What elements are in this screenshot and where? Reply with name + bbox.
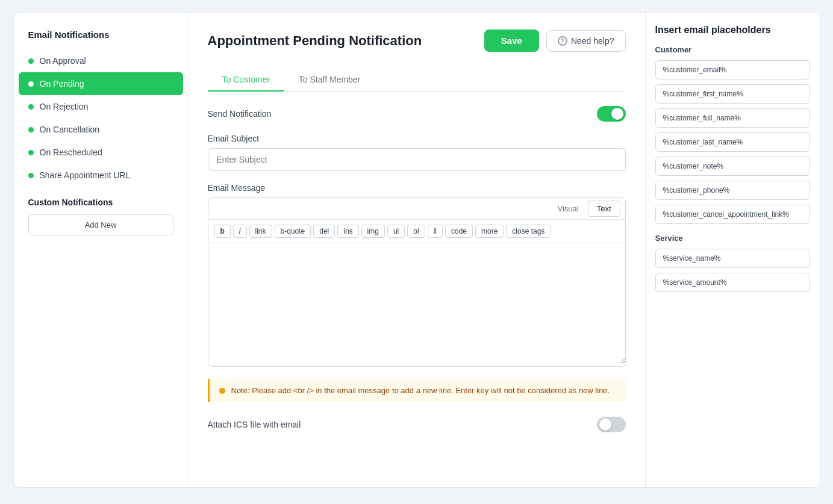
placeholder-customer-first-name[interactable]: %customer_first_name% xyxy=(655,84,810,104)
sidebar-item-on-cancellation[interactable]: On Cancellation xyxy=(14,118,188,141)
tab-to-staff[interactable]: To Staff Member xyxy=(284,69,375,92)
send-notification-label: Send Notification xyxy=(208,109,272,119)
toolbar-link-button[interactable]: link xyxy=(249,225,272,238)
status-dot xyxy=(28,173,34,178)
ul-label: ul xyxy=(393,227,399,235)
help-button[interactable]: ? Need help? xyxy=(546,30,626,52)
del-label: del xyxy=(319,227,329,235)
toolbar-ins-button[interactable]: ins xyxy=(337,225,358,238)
custom-notifications-title: Custom Notifications xyxy=(14,187,188,212)
tab-label: Text xyxy=(597,204,611,213)
attach-ics-label: Attach ICS file with email xyxy=(208,420,301,429)
app-container: Email Notifications On Approval On Pendi… xyxy=(0,0,833,504)
send-notification-row: Send Notification xyxy=(208,106,626,122)
tab-label: Visual xyxy=(557,204,578,213)
help-label: Need help? xyxy=(571,36,614,46)
toolbar-tab-text[interactable]: Text xyxy=(588,201,620,217)
sidebar-item-on-rejection[interactable]: On Rejection xyxy=(14,95,188,118)
more-label: more xyxy=(481,227,498,235)
editor-body xyxy=(208,243,625,366)
status-dot xyxy=(28,150,34,155)
note-text: Note: Please add <br /> in the email mes… xyxy=(231,386,610,395)
code-label: code xyxy=(451,227,467,235)
link-label: link xyxy=(255,227,266,235)
email-message-textarea[interactable] xyxy=(208,243,625,364)
email-subject-label: Email Subject xyxy=(208,134,626,143)
sidebar-item-on-approval[interactable]: On Approval xyxy=(14,49,188,72)
sidebar-item-label: On Rejection xyxy=(40,102,89,111)
page-title: Appointment Pending Notification xyxy=(208,33,422,49)
placeholder-customer-email[interactable]: %customer_email% xyxy=(655,60,810,79)
right-panel: Insert email placeholders Customer %cust… xyxy=(645,13,820,487)
sidebar-item-on-rescheduled[interactable]: On Rescheduled xyxy=(14,141,188,164)
sidebar-item-label: On Approval xyxy=(40,56,86,66)
placeholder-customer-last-name[interactable]: %customer_last_name% xyxy=(655,132,810,152)
attach-ics-toggle[interactable] xyxy=(597,417,626,432)
toolbar-code-button[interactable]: code xyxy=(445,225,473,238)
status-dot xyxy=(28,104,34,110)
note-icon xyxy=(219,388,225,394)
header-actions: Save ? Need help? xyxy=(484,30,626,52)
toolbar-more-button[interactable]: more xyxy=(475,225,504,238)
sidebar-item-label: On Cancellation xyxy=(40,125,100,134)
status-dot xyxy=(28,58,34,64)
close-tags-label: close tags xyxy=(512,227,544,235)
attach-ics-row: Attach ICS file with email xyxy=(208,417,626,432)
tab-label: To Customer xyxy=(222,75,270,84)
ins-label: ins xyxy=(343,227,352,235)
tabs-container: To Customer To Staff Member xyxy=(208,69,626,92)
placeholder-customer-note[interactable]: %customer_note% xyxy=(655,157,810,176)
right-panel-inner: Insert email placeholders Customer %cust… xyxy=(646,13,820,309)
placeholder-customer-cancel-link[interactable]: %customer_cancel_appointment_link% xyxy=(655,205,810,224)
main-card: Email Notifications On Approval On Pendi… xyxy=(13,12,820,488)
toolbar-bquote-button[interactable]: b-quote xyxy=(275,225,311,238)
main-content: Appointment Pending Notification Save ? … xyxy=(189,13,645,487)
status-dot xyxy=(28,127,34,132)
placeholder-service-name[interactable]: %service_name% xyxy=(655,249,810,268)
sidebar-item-label: On Pending xyxy=(40,79,84,89)
toolbar-italic-button[interactable]: i xyxy=(233,225,247,238)
question-icon: ? xyxy=(558,36,567,46)
toolbar-ul-button[interactable]: ul xyxy=(387,225,405,238)
sidebar-item-on-pending[interactable]: On Pending xyxy=(19,72,183,95)
note-box: Note: Please add <br /> in the email mes… xyxy=(208,379,626,402)
img-label: img xyxy=(367,227,379,235)
save-button[interactable]: Save xyxy=(484,30,539,52)
placeholder-service-amount[interactable]: %service_amount% xyxy=(655,273,810,292)
placeholder-section-customer: Customer xyxy=(655,45,810,54)
status-dot xyxy=(28,81,34,87)
email-message-label: Email Message xyxy=(208,183,626,193)
italic-label: i xyxy=(239,227,241,235)
placeholder-customer-phone[interactable]: %customer_phone% xyxy=(655,181,810,200)
placeholder-section-service: Service xyxy=(655,234,810,243)
tab-to-customer[interactable]: To Customer xyxy=(208,69,284,92)
bold-label: b xyxy=(220,227,225,235)
toolbar-li-button[interactable]: li xyxy=(428,225,443,238)
ol-label: ol xyxy=(413,227,419,235)
editor-toolbar-top: Visual Text xyxy=(208,198,625,220)
placeholder-title: Insert email placeholders xyxy=(655,25,810,36)
toolbar-tab-visual[interactable]: Visual xyxy=(548,201,587,217)
toolbar-bold-button[interactable]: b xyxy=(214,225,231,238)
li-label: li xyxy=(434,227,437,235)
toolbar-ol-button[interactable]: ol xyxy=(407,225,425,238)
main-header: Appointment Pending Notification Save ? … xyxy=(208,30,626,52)
sidebar: Email Notifications On Approval On Pendi… xyxy=(14,13,189,487)
email-subject-input[interactable] xyxy=(208,148,626,171)
send-notification-toggle[interactable] xyxy=(597,106,626,122)
sidebar-item-label: Share Appointment URL xyxy=(40,170,131,180)
sidebar-item-label: On Rescheduled xyxy=(40,148,102,157)
toolbar-del-button[interactable]: del xyxy=(313,225,335,238)
sidebar-title: Email Notifications xyxy=(14,30,188,49)
toolbar-img-button[interactable]: img xyxy=(361,225,385,238)
add-new-button[interactable]: Add New xyxy=(28,214,173,235)
toolbar-close-tags-button[interactable]: close tags xyxy=(506,225,551,238)
editor-container: Visual Text b i li xyxy=(208,198,626,367)
tab-label: To Staff Member xyxy=(299,75,360,84)
placeholder-customer-full-name[interactable]: %customer_full_name% xyxy=(655,108,810,128)
email-message-group: Email Message Visual Text b xyxy=(208,183,626,367)
sidebar-item-share-url[interactable]: Share Appointment URL xyxy=(14,164,188,187)
editor-toolbar-buttons: b i link b-quote del xyxy=(208,220,625,243)
email-subject-group: Email Subject xyxy=(208,134,626,171)
bquote-label: b-quote xyxy=(281,227,305,235)
